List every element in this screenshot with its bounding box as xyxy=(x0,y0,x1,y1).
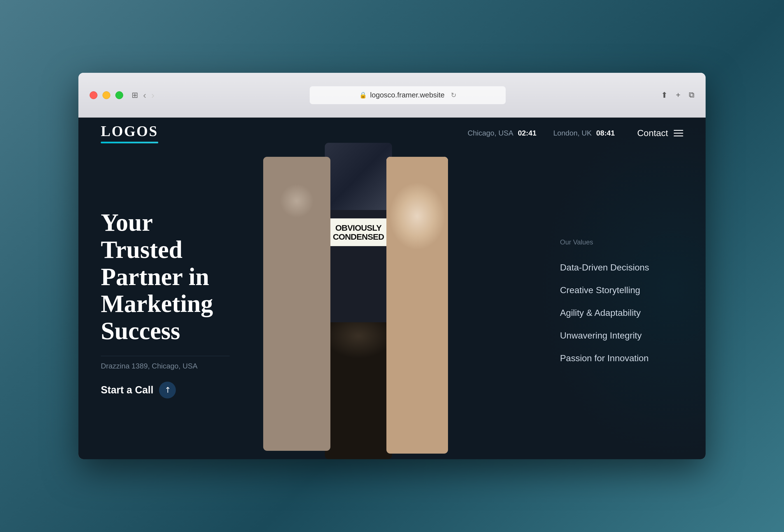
nav: LOGOS Chicago, USA 02:41 London, UK 08:4… xyxy=(78,118,706,148)
image-col-2: OBVIOUSLY CONDENSED xyxy=(325,143,392,459)
image-col-3 xyxy=(386,157,448,454)
minimize-button[interactable] xyxy=(103,91,110,99)
overlay-line-1: OBVIOUSLY xyxy=(332,223,385,232)
nav-right: Chicago, USA 02:41 London, UK 08:41 Cont… xyxy=(468,128,683,138)
hero-images: OBVIOUSLY CONDENSED xyxy=(252,148,549,459)
obviously-condensed-overlay: OBVIOUSLY CONDENSED xyxy=(328,218,389,246)
hamburger-line-2 xyxy=(674,133,683,134)
screen-top xyxy=(325,143,392,210)
person-image-1 xyxy=(263,157,330,451)
start-call-button[interactable]: Start a Call ↗ xyxy=(101,382,230,398)
hero-address: Drazzina 1389, Chicago, USA xyxy=(101,356,230,370)
london-time: 08:41 xyxy=(596,129,615,138)
hamburger-line-1 xyxy=(674,130,683,131)
browser-chrome: ⊞ ‹ › 🔒 logosco.framer.website ↻ ⬆ + ⧉ xyxy=(78,73,706,118)
lock-icon: 🔒 xyxy=(359,91,367,99)
value-item-0[interactable]: Data-Driven Decisions xyxy=(560,256,689,279)
overlay-line-2: CONDENSED xyxy=(332,232,385,241)
nav-contact[interactable]: Contact xyxy=(637,128,683,138)
traffic-lights xyxy=(90,91,123,99)
url-text: logosco.framer.website xyxy=(370,91,445,100)
browser-controls: ⊞ ‹ › xyxy=(132,90,155,101)
value-item-1[interactable]: Creative Storytelling xyxy=(560,279,689,302)
tabs-icon[interactable]: ⧉ xyxy=(689,90,694,100)
contact-label[interactable]: Contact xyxy=(637,128,668,138)
hero-section: Your Trusted Partner in Marketing Succes… xyxy=(78,148,706,459)
reload-icon[interactable]: ↻ xyxy=(451,91,456,99)
fullscreen-button[interactable] xyxy=(115,91,123,99)
menu-icon[interactable] xyxy=(674,130,683,136)
hamburger-line-3 xyxy=(674,136,683,136)
clock-group: Chicago, USA 02:41 London, UK 08:41 xyxy=(468,129,615,138)
back-button[interactable]: ‹ xyxy=(143,90,146,101)
start-call-label: Start a Call xyxy=(101,384,153,396)
arrow-icon: ↗ xyxy=(162,385,173,396)
hero-title: Your Trusted Partner in Marketing Succes… xyxy=(101,209,230,345)
logo-container[interactable]: LOGOS xyxy=(101,123,158,143)
address-bar[interactable]: 🔒 logosco.framer.website ↻ xyxy=(310,86,506,104)
browser-window: ⊞ ‹ › 🔒 logosco.framer.website ↻ ⬆ + ⧉ L… xyxy=(78,73,706,459)
sidebar-toggle-icon[interactable]: ⊞ xyxy=(132,90,138,100)
website-content: LOGOS Chicago, USA 02:41 London, UK 08:4… xyxy=(78,118,706,459)
london-clock: London, UK 08:41 xyxy=(553,129,615,138)
browser-actions: ⬆ + ⧉ xyxy=(661,90,694,100)
screen-bottom: OBVIOUSLY CONDENSED xyxy=(325,210,392,459)
share-icon[interactable]: ⬆ xyxy=(661,90,668,100)
image-col-1 xyxy=(263,157,330,451)
arrow-circle-icon: ↗ xyxy=(159,382,176,398)
london-city: London, UK xyxy=(553,129,592,138)
chicago-clock: Chicago, USA 02:41 xyxy=(468,129,536,138)
values-label: Our Values xyxy=(560,238,689,246)
new-tab-icon[interactable]: + xyxy=(676,90,680,100)
forward-button[interactable]: › xyxy=(151,90,154,101)
person-image-3 xyxy=(386,157,448,454)
logo-underline xyxy=(101,142,158,143)
value-item-3[interactable]: Unwavering Integrity xyxy=(560,324,689,347)
chicago-time: 02:41 xyxy=(518,129,536,138)
chicago-city: Chicago, USA xyxy=(468,129,513,138)
value-item-4[interactable]: Passion for Innovation xyxy=(560,347,689,370)
person-lower-body xyxy=(325,322,392,459)
logo-text: LOGOS xyxy=(101,123,158,139)
value-item-2[interactable]: Agility & Adaptability xyxy=(560,302,689,324)
hero-left: Your Trusted Partner in Marketing Succes… xyxy=(78,148,252,459)
close-button[interactable] xyxy=(90,91,97,99)
address-bar-container: 🔒 logosco.framer.website ↻ xyxy=(163,86,653,104)
hero-right: Our Values Data-Driven Decisions Creativ… xyxy=(549,148,706,459)
